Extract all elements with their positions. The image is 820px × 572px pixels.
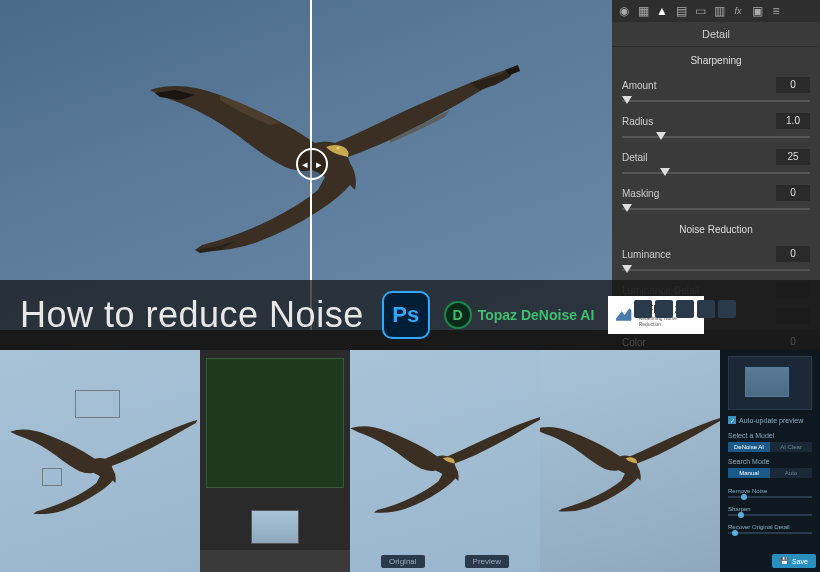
- tool-icon[interactable]: [655, 300, 673, 318]
- amount-value[interactable]: 0: [776, 77, 810, 93]
- preview-thumb-1: [0, 350, 200, 572]
- bottom-bar: [200, 550, 350, 572]
- luminance-label: Luminance: [622, 249, 712, 260]
- preview-thumb-3: Original Preview: [350, 350, 540, 572]
- sharpen-slider[interactable]: Sharpen: [728, 506, 812, 516]
- calib-icon[interactable]: ▣: [749, 3, 765, 19]
- tool-icon[interactable]: [634, 300, 652, 318]
- radius-label: Radius: [622, 116, 712, 127]
- auto-update-check[interactable]: Auto-update preview: [728, 416, 803, 424]
- tool-icon[interactable]: [676, 300, 694, 318]
- radius-slider[interactable]: [622, 134, 810, 140]
- masking-row: Masking 0: [612, 180, 820, 206]
- luminance-value[interactable]: 0: [776, 246, 810, 262]
- dfine-nav-preview[interactable]: [251, 510, 299, 544]
- model-label: Select a Model: [728, 432, 774, 439]
- svg-point-0: [337, 147, 340, 150]
- selection-box[interactable]: [75, 390, 120, 418]
- radius-value[interactable]: 1.0: [776, 113, 810, 129]
- panel-tab-bar: ◉ ▦ ▲ ▤ ▭ ▥ fx ▣ ≡: [612, 0, 820, 22]
- toolbar-icons: [634, 300, 736, 318]
- amount-row: Amount 0: [612, 72, 820, 98]
- fx-icon[interactable]: fx: [730, 3, 746, 19]
- comparison-handle[interactable]: [296, 148, 328, 180]
- save-button[interactable]: 💾 Save: [772, 554, 816, 568]
- bottom-previews: Original Preview Auto-update preview Sel…: [0, 350, 820, 572]
- noise-heading: Noise Reduction: [612, 216, 820, 241]
- original-button[interactable]: Original: [381, 555, 425, 568]
- preview-button[interactable]: Preview: [465, 555, 509, 568]
- masking-label: Masking: [622, 188, 712, 199]
- topaz-text: Topaz DeNoise AI: [478, 307, 595, 323]
- dfine-panel: [206, 358, 344, 488]
- aperture-icon[interactable]: ◉: [616, 3, 632, 19]
- bird-subject: [140, 55, 520, 255]
- ai-clear-button[interactable]: AI Clear: [770, 442, 812, 452]
- manual-button[interactable]: Manual: [728, 468, 770, 478]
- detail-row: Detail 25: [612, 144, 820, 170]
- topaz-badge: D Topaz DeNoise AI: [444, 301, 595, 329]
- panel-title: Detail: [612, 22, 820, 47]
- nav-preview: [728, 356, 812, 410]
- luminance-slider[interactable]: [622, 267, 810, 273]
- tool-icon[interactable]: [697, 300, 715, 318]
- mode-buttons: Manual Auto: [728, 468, 812, 478]
- search-label: Search Mode: [728, 458, 770, 465]
- detail-slider[interactable]: [622, 170, 810, 176]
- dfine-logo-icon: [614, 305, 633, 325]
- lens-icon[interactable]: ▥: [711, 3, 727, 19]
- nav-rect[interactable]: [745, 367, 789, 397]
- detail-value[interactable]: 25: [776, 149, 810, 165]
- recover-slider[interactable]: Recover Original Detail: [728, 524, 812, 534]
- model-buttons: DeNoise AI AI Clear: [728, 442, 812, 452]
- radius-row: Radius 1.0: [612, 108, 820, 134]
- photoshop-icon: Ps: [382, 291, 430, 339]
- masking-value[interactable]: 0: [776, 185, 810, 201]
- selection-box[interactable]: [42, 468, 62, 486]
- preview-thumb-2: [200, 350, 350, 572]
- bird-thumb: [540, 405, 720, 520]
- bird-thumb: [5, 410, 200, 520]
- sharpening-heading: Sharpening: [612, 47, 820, 72]
- crop-icon[interactable]: ▦: [635, 3, 651, 19]
- denoise-ai-button[interactable]: DeNoise AI: [728, 442, 770, 452]
- tool-icon[interactable]: [718, 300, 736, 318]
- topaz-logo-icon: D: [444, 301, 472, 329]
- presets-icon[interactable]: ≡: [768, 3, 784, 19]
- remove-noise-slider[interactable]: Remove Noise: [728, 488, 812, 498]
- bird-thumb: [350, 405, 540, 520]
- luminance-row: Luminance 0: [612, 241, 820, 267]
- detail-tab-icon[interactable]: ▲: [654, 3, 670, 19]
- split-icon[interactable]: ▭: [692, 3, 708, 19]
- masking-slider[interactable]: [622, 206, 810, 212]
- amount-slider[interactable]: [622, 98, 810, 104]
- detail-label: Detail: [622, 152, 712, 163]
- hsl-icon[interactable]: ▤: [673, 3, 689, 19]
- amount-label: Amount: [622, 80, 712, 91]
- banner-title: How to reduce Noise: [20, 294, 364, 336]
- denoise-panel: Auto-update preview Select a Model DeNoi…: [720, 350, 820, 572]
- preview-thumb-4: [540, 350, 720, 572]
- compare-buttons: Original Preview: [350, 555, 540, 568]
- auto-button[interactable]: Auto: [770, 468, 812, 478]
